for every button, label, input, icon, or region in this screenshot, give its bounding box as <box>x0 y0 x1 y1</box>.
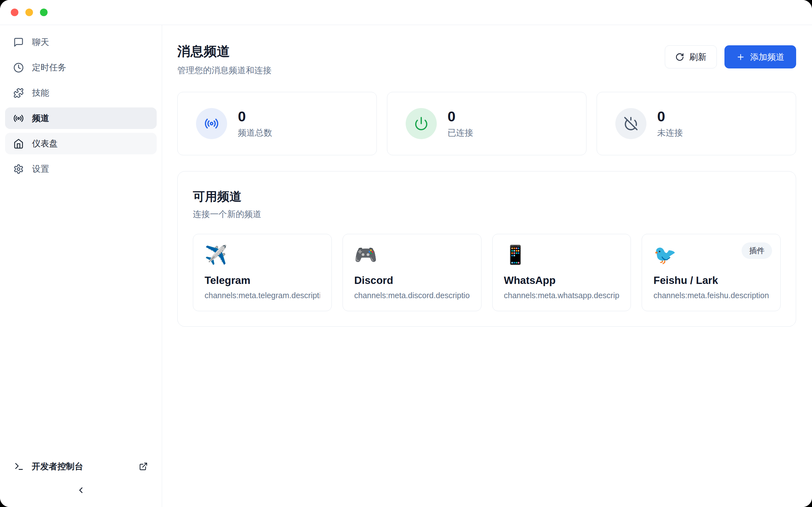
refresh-button[interactable]: 刷新 <box>665 45 717 68</box>
stat-icon-circle <box>615 108 647 139</box>
page-header: 消息频道 管理您的消息频道和连接 刷新 添加频道 <box>177 43 796 76</box>
header-actions: 刷新 添加频道 <box>665 45 796 68</box>
sidebar-item-dashboard[interactable]: 仪表盘 <box>5 133 157 154</box>
channel-emoji: 🎮 <box>354 245 470 264</box>
stat-value: 0 <box>448 109 473 124</box>
refresh-icon <box>675 53 684 61</box>
terminal-icon <box>14 461 24 471</box>
sidebar-item-tasks[interactable]: 定时任务 <box>5 57 157 78</box>
channel-emoji: ✈️ <box>205 245 320 264</box>
channel-emoji: 📱 <box>504 245 619 264</box>
sidebar-item-chat[interactable]: 聊天 <box>5 32 157 53</box>
sidebar-item-label: 频道 <box>32 112 49 124</box>
available-channels-subtitle: 连接一个新的频道 <box>193 209 780 220</box>
channel-description: channels:meta.feishu.description <box>653 291 769 300</box>
clock-icon <box>13 62 24 73</box>
channel-card-discord[interactable]: 🎮 Discord channels:meta.discord.descript… <box>343 234 481 311</box>
page-subtitle: 管理您的消息频道和连接 <box>177 65 271 76</box>
sidebar-item-label: 仪表盘 <box>32 138 58 149</box>
developer-console-label: 开发者控制台 <box>32 461 139 472</box>
channel-name: WhatsApp <box>504 274 619 287</box>
window-content: 聊天 定时任务 技能 频道 仪表盘 设置 开发者控制台 <box>0 25 812 507</box>
channel-card-whatsapp[interactable]: 📱 WhatsApp channels:meta.whatsapp.descri… <box>492 234 631 311</box>
channel-description: channels:meta.discord.description <box>354 291 470 300</box>
gear-icon <box>13 164 24 174</box>
broadcast-icon <box>204 116 219 131</box>
broadcast-icon <box>13 113 24 124</box>
stat-label: 频道总数 <box>238 127 272 138</box>
power-off-icon <box>623 116 638 131</box>
sidebar: 聊天 定时任务 技能 频道 仪表盘 设置 开发者控制台 <box>0 25 162 507</box>
add-channel-button[interactable]: 添加频道 <box>724 45 796 68</box>
collapse-row <box>0 486 162 495</box>
channel-card-telegram[interactable]: ✈️ Telegram channels:meta.telegram.descr… <box>193 234 332 311</box>
plus-icon <box>736 53 745 61</box>
home-icon <box>13 138 24 149</box>
power-icon <box>414 116 428 131</box>
channel-name: Telegram <box>205 274 320 287</box>
titlebar <box>0 0 812 25</box>
external-link-icon <box>139 462 148 471</box>
stat-icon-circle <box>406 108 437 139</box>
sidebar-item-label: 技能 <box>32 87 49 99</box>
channel-description: channels:meta.whatsapp.description <box>504 291 619 300</box>
stat-value: 0 <box>657 109 683 124</box>
chat-bubble-icon <box>13 37 24 48</box>
stat-card: 0 频道总数 <box>177 92 377 155</box>
stat-card: 0 已连接 <box>387 92 587 155</box>
stat-icon-circle <box>196 108 227 139</box>
stat-value: 0 <box>238 109 272 124</box>
minimize-window-button[interactable] <box>26 9 33 16</box>
zoom-window-button[interactable] <box>40 9 48 16</box>
channel-grid: ✈️ Telegram channels:meta.telegram.descr… <box>193 234 780 311</box>
page-title: 消息频道 <box>177 43 271 60</box>
close-window-button[interactable] <box>11 9 18 16</box>
developer-console-link[interactable]: 开发者控制台 <box>5 456 157 477</box>
app-window: 聊天 定时任务 技能 频道 仪表盘 设置 开发者控制台 <box>0 0 812 507</box>
page-title-block: 消息频道 管理您的消息频道和连接 <box>177 43 271 76</box>
sidebar-spacer <box>0 180 162 456</box>
collapse-sidebar-button[interactable] <box>76 486 86 495</box>
channel-card-feishu[interactable]: 插件 🐦 Feishu / Lark channels:meta.feishu.… <box>642 234 780 311</box>
sidebar-nav: 聊天 定时任务 技能 频道 仪表盘 设置 <box>0 25 162 180</box>
plugin-badge: 插件 <box>742 242 772 259</box>
available-channels-panel: 可用频道 连接一个新的频道 ✈️ Telegram channels:meta.… <box>177 171 796 327</box>
sidebar-item-label: 定时任务 <box>32 62 66 73</box>
stat-label: 未连接 <box>657 127 683 138</box>
stats-row: 0 频道总数 0 已连接 0 未连接 <box>177 92 796 155</box>
sidebar-item-label: 聊天 <box>32 37 49 48</box>
channel-name: Feishu / Lark <box>653 274 769 287</box>
add-channel-label: 添加频道 <box>750 51 784 63</box>
channel-description: channels:meta.telegram.description <box>205 291 320 300</box>
channel-name: Discord <box>354 274 470 287</box>
refresh-label: 刷新 <box>689 51 706 63</box>
stat-label: 已连接 <box>448 127 473 138</box>
puzzle-icon <box>13 88 24 98</box>
main-content: 消息频道 管理您的消息频道和连接 刷新 添加频道 <box>162 25 812 507</box>
stat-card: 0 未连接 <box>597 92 796 155</box>
sidebar-item-settings[interactable]: 设置 <box>5 158 157 180</box>
sidebar-item-label: 设置 <box>32 163 49 175</box>
sidebar-item-skills[interactable]: 技能 <box>5 82 157 104</box>
sidebar-item-channels[interactable]: 频道 <box>5 107 157 129</box>
available-channels-title: 可用频道 <box>193 188 780 205</box>
